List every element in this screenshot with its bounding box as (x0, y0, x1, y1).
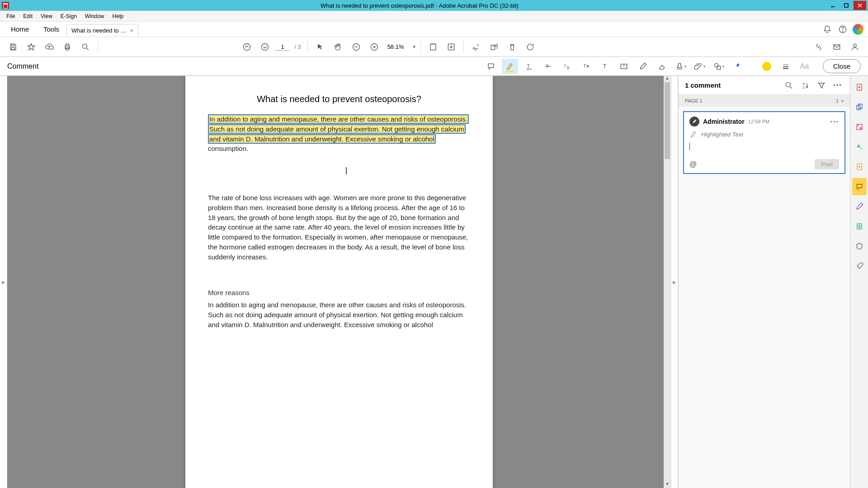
tab-close-icon[interactable]: × (130, 27, 133, 34)
comments-page-group[interactable]: PAGE 1 1 ▾ (679, 95, 850, 107)
hand-tool-button[interactable] (330, 39, 346, 55)
rail-protect-button[interactable] (852, 238, 867, 255)
menu-window[interactable]: Window (81, 12, 108, 20)
link-button[interactable] (811, 39, 826, 55)
sticky-note-button[interactable] (483, 59, 499, 74)
scroll-up-icon[interactable]: ▲ (664, 76, 671, 82)
selection-tool-button[interactable] (312, 39, 328, 55)
comment-toolbar: Comment T T TB T T T ▾ ▾ ▾ Aa Close (0, 57, 868, 76)
svg-point-11 (82, 44, 87, 48)
scrollbar-thumb[interactable] (665, 82, 670, 159)
profile-button[interactable] (847, 39, 863, 55)
close-comment-button[interactable]: Close (823, 59, 861, 73)
color-picker-button[interactable] (759, 59, 775, 74)
delete-button[interactable] (505, 39, 520, 55)
tab-home[interactable]: Home (4, 23, 36, 36)
menu-help[interactable]: Help (109, 12, 127, 20)
star-button[interactable] (24, 39, 39, 55)
eraser-button[interactable] (654, 59, 670, 74)
filter-comments-button[interactable] (816, 80, 827, 91)
pin-button[interactable] (730, 59, 746, 74)
attachment-button[interactable]: ▾ (692, 59, 708, 74)
drawing-tools-button[interactable]: ▾ (711, 59, 727, 74)
add-text-button[interactable]: T (597, 59, 613, 74)
tab-tools[interactable]: Tools (36, 23, 66, 36)
line-thickness-button[interactable] (778, 59, 794, 74)
rail-more-tools-button[interactable] (852, 258, 867, 275)
highlight-text-button[interactable] (502, 59, 518, 74)
search-comments-button[interactable] (783, 80, 795, 91)
text-cursor-icon (344, 167, 349, 174)
subheading: More reasons (208, 289, 470, 296)
menu-edit[interactable]: Edit (19, 12, 36, 20)
comment-reply-input[interactable] (689, 143, 839, 155)
notifications-icon[interactable] (821, 23, 834, 36)
zoom-in-button[interactable] (367, 39, 382, 55)
fit-width-button[interactable] (425, 39, 441, 55)
tab-document-label: What is needed to … (71, 27, 126, 34)
document-viewport[interactable]: What is needed to prevent osteoporosis? … (7, 76, 671, 488)
avatar-icon (853, 24, 863, 35)
page-number-input[interactable] (275, 43, 290, 51)
sort-comments-button[interactable]: AZ (799, 80, 811, 91)
rotate-button[interactable] (523, 39, 538, 55)
vertical-scrollbar[interactable]: ▲ ▼ (664, 76, 671, 488)
page-up-button[interactable] (239, 39, 255, 55)
rail-export-button[interactable] (852, 158, 867, 175)
svg-point-53 (858, 267, 859, 268)
left-panel-toggle[interactable]: ▶ (0, 76, 7, 488)
fit-page-button[interactable] (443, 39, 459, 55)
comments-options-button[interactable]: ••• (832, 80, 844, 91)
paragraph-3[interactable]: In addition to aging and menopause, ther… (208, 300, 470, 329)
menu-view[interactable]: View (37, 12, 56, 20)
rail-sign-button[interactable] (852, 138, 867, 155)
rail-compress-button[interactable] (852, 218, 867, 235)
replace-text-button[interactable]: TB (559, 59, 575, 74)
insert-text-button[interactable]: T (578, 59, 594, 74)
underline-text-button[interactable]: T (521, 59, 537, 74)
menu-esign[interactable]: E-Sign (57, 12, 80, 20)
menu-file[interactable]: File (3, 12, 19, 20)
save-button[interactable] (5, 39, 21, 55)
page-down-button[interactable] (257, 39, 273, 55)
maximize-button[interactable] (840, 1, 853, 10)
stamp-button[interactable]: ▾ (673, 59, 689, 74)
upload-button[interactable] (42, 39, 57, 55)
zoom-level-select[interactable] (385, 42, 416, 51)
help-icon[interactable] (836, 23, 849, 36)
scroll-down-icon[interactable]: ▼ (664, 482, 671, 488)
strikethrough-button[interactable]: T (540, 59, 556, 74)
text-box-button[interactable]: T (616, 59, 632, 74)
svg-point-41 (786, 82, 790, 87)
print-button[interactable] (60, 39, 75, 55)
rail-create-pdf-button[interactable] (852, 79, 867, 96)
paragraph-2[interactable]: The rate of bone loss increases with age… (208, 193, 470, 262)
rail-comment-button[interactable] (852, 178, 867, 195)
comment-more-button[interactable]: ••• (830, 118, 839, 125)
mention-button[interactable]: @ (689, 160, 697, 169)
text-properties-button[interactable]: Aa (797, 59, 813, 74)
sign-button[interactable] (468, 39, 484, 55)
pencil-button[interactable] (635, 59, 651, 74)
svg-line-42 (790, 86, 792, 88)
svg-text:T: T (583, 63, 586, 69)
minimize-button[interactable] (826, 1, 839, 10)
rail-edit-button[interactable] (852, 118, 867, 136)
paragraph-1[interactable]: In addition to aging and menopause, ther… (208, 114, 470, 154)
insert-button[interactable] (486, 39, 502, 55)
right-panel-toggle[interactable]: ▶ (671, 76, 678, 488)
find-button[interactable] (78, 39, 93, 55)
rail-organize-button[interactable] (852, 198, 867, 215)
highlighted-text[interactable]: In addition to aging and menopause, ther… (208, 114, 469, 144)
account-avatar[interactable] (852, 23, 864, 36)
comment-avatar-icon (689, 117, 699, 127)
close-window-button[interactable] (854, 1, 866, 10)
zoom-out-button[interactable] (349, 39, 364, 55)
email-button[interactable] (829, 39, 844, 55)
post-button[interactable]: Post (815, 159, 839, 169)
comment-card[interactable]: Administrator 12:58 PM ••• Highlighted T… (683, 111, 845, 174)
chevron-right-icon: ▶ (2, 280, 5, 285)
rail-combine-button[interactable] (852, 99, 867, 116)
tab-document[interactable]: What is needed to … × (66, 24, 138, 37)
main-toolbar: / 3 ▾ (0, 37, 868, 57)
